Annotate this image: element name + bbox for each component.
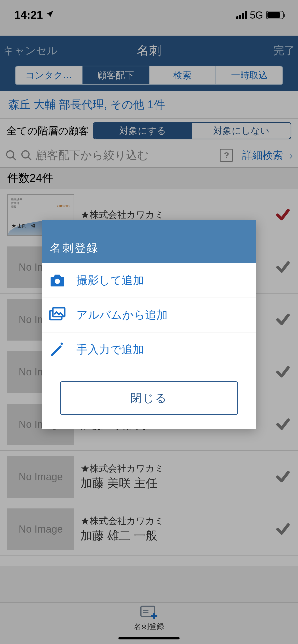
modal-item-album-label: アルバムから追加 (76, 308, 168, 323)
location-arrow-icon (45, 9, 54, 21)
chevron-right-icon[interactable]: › (289, 149, 293, 162)
check-icon[interactable] (275, 312, 291, 328)
search-icon-2[interactable] (20, 149, 33, 162)
no-image-thumbnail: No Image (7, 508, 74, 550)
svg-line-1 (13, 157, 16, 160)
done-button[interactable]: 完了 (234, 43, 295, 58)
check-icon[interactable] (275, 521, 291, 537)
svg-rect-4 (141, 606, 155, 617)
advanced-search-link[interactable]: 詳細検索 (242, 148, 283, 162)
modal-item-camera-label: 撮影して追加 (76, 273, 144, 288)
close-button[interactable]: 閉じる (60, 381, 238, 415)
target-toggle-on[interactable]: 対象にする (93, 123, 192, 139)
target-toggle: 対象にする 対象にしない (93, 122, 291, 139)
camera-icon (48, 272, 66, 289)
target-row: 全ての階層の顧客 対象にする 対象にしない (0, 119, 298, 143)
status-left: 14:21 (14, 9, 54, 21)
target-label: 全ての階層の顧客 (7, 124, 93, 138)
row-company: ★株式会社カワカミ (80, 515, 269, 527)
album-icon (48, 306, 66, 324)
check-icon[interactable] (275, 207, 291, 223)
register-card-label[interactable]: 名刺登録 (134, 621, 164, 632)
row-person: 加藤 美咲 主任 (80, 475, 269, 491)
check-icon[interactable] (275, 417, 291, 432)
modal-item-album[interactable]: アルバムから追加 (42, 298, 256, 332)
register-card-icon[interactable] (140, 606, 158, 620)
pencil-icon (48, 341, 66, 359)
check-icon[interactable] (275, 259, 291, 275)
check-icon[interactable] (275, 364, 291, 380)
modal-item-manual-label: 手入力で追加 (76, 342, 144, 357)
result-count: 件数24件 (0, 168, 298, 189)
svg-point-7 (55, 279, 60, 284)
check-icon[interactable] (275, 469, 291, 485)
list-row-partial (0, 555, 298, 566)
nav-header: キャンセル 名刺 完了 (0, 36, 298, 66)
modal-footer: 閉じる (42, 367, 256, 429)
row-company: ★株式会社カワカミ (80, 209, 269, 221)
list-row[interactable]: No Image ★株式会社カワカミ 加藤 雄二 一般 (0, 503, 298, 555)
status-bar: 14:21 5G (0, 0, 298, 36)
network-label: 5G (250, 9, 263, 21)
signal-icon (236, 11, 247, 19)
selected-persons-bar[interactable]: 森丘 大輔 部長代理, その他 1件 (0, 91, 298, 119)
battery-icon (266, 11, 284, 19)
status-right: 5G (236, 9, 284, 21)
bottom-bar: 名刺登録 (0, 602, 298, 644)
row-body: ★株式会社カワカミ 加藤 雄二 一般 (80, 515, 269, 544)
search-input[interactable]: 顧客配下から絞り込む (36, 148, 217, 163)
tab-customer-sub[interactable]: 顧客配下 (83, 66, 150, 85)
svg-point-0 (7, 151, 14, 158)
svg-point-2 (22, 151, 29, 158)
tab-row: コンタク… 顧客配下 検索 一時取込 (0, 66, 298, 91)
row-person: 加藤 雄二 一般 (80, 528, 269, 544)
row-company: ★株式会社カワカミ (80, 462, 269, 475)
search-row: 顧客配下から絞り込む ? 詳細検索 › (0, 143, 298, 168)
row-body: ★株式会社カワカミ 加藤 美咲 主任 (80, 462, 269, 491)
page-title: 名刺 (64, 42, 234, 59)
tab-search[interactable]: 検索 (150, 66, 216, 85)
help-icon[interactable]: ? (220, 149, 233, 162)
target-toggle-off[interactable]: 対象にしない (192, 123, 291, 139)
home-indicator[interactable] (118, 637, 180, 639)
search-icon[interactable] (5, 149, 17, 162)
svg-line-3 (28, 157, 31, 160)
status-time: 14:21 (14, 9, 43, 21)
modal-title: 名刺登録 (42, 220, 256, 263)
register-modal: 名刺登録 撮影して追加 アルバムから追加 手入力で追加 閉じる (42, 220, 256, 429)
app-root: 14:21 5G キャンセル 名刺 完了 コンタク… 顧客配下 検索 一時取込 … (0, 0, 298, 644)
tab-temp-import[interactable]: 一時取込 (216, 66, 283, 85)
list-row[interactable]: No Image ★株式会社カワカミ 加藤 美咲 主任 (0, 451, 298, 503)
no-image-thumbnail: No Image (7, 456, 74, 498)
tab-contact[interactable]: コンタク… (15, 66, 83, 85)
cancel-button[interactable]: キャンセル (3, 43, 64, 58)
row-body: ★株式会社カワカミ (80, 209, 269, 221)
modal-item-manual[interactable]: 手入力で追加 (42, 332, 256, 367)
segmented-tabs: コンタク… 顧客配下 検索 一時取込 (15, 66, 283, 85)
modal-item-camera[interactable]: 撮影して追加 (42, 263, 256, 298)
